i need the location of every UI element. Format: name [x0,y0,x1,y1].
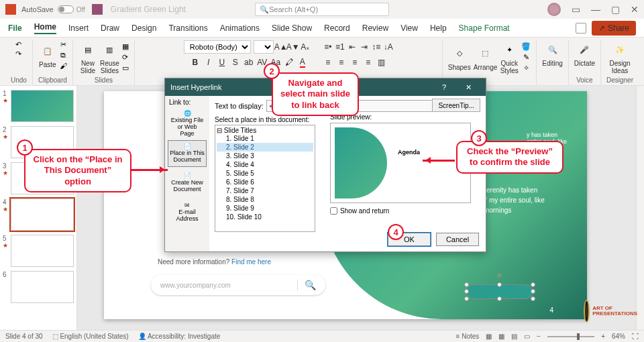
columns-icon[interactable]: ▥ [377,58,386,67]
selected-shape[interactable] [466,284,533,299]
increase-font-icon[interactable]: A▲ [276,42,286,52]
editing-icon[interactable]: 🔍 [543,40,562,59]
tree-item[interactable]: 5. Slide 5 [217,169,313,178]
arrange-icon[interactable]: ⬚ [476,44,494,63]
tab-draw[interactable]: Draw [101,23,119,33]
show-return-checkbox[interactable] [330,207,337,215]
tree-item[interactable]: 4. Slide 4 [217,160,313,169]
thumbnail-6[interactable]: 6 [0,271,76,303]
tab-shape-format[interactable]: Shape Format [459,23,510,33]
zoom-level[interactable]: 64% [612,333,625,340]
indent-left-icon[interactable]: ⇤ [347,42,357,52]
fit-to-window-icon[interactable]: ⛶ [632,333,639,340]
minimize-button[interactable]: — [591,4,600,15]
comments-icon[interactable] [576,23,586,34]
language-indicator[interactable]: ⬚ English (United States) [52,333,129,340]
layout-icon[interactable]: ▦ [122,42,129,51]
tree-item[interactable]: 7. Slide 7 [217,186,313,195]
share-button[interactable]: ↗ Share [592,21,636,36]
format-painter-icon[interactable]: 🖌 [60,62,67,70]
shape-effects-icon[interactable]: ✧ [523,64,529,72]
italic-button[interactable]: I [204,58,213,67]
link-place-in-document[interactable]: 📄Place in This Document [168,140,207,167]
tree-item[interactable]: 3. Slide 3 [217,152,313,160]
slideshow-view-icon[interactable]: ▭ [524,333,530,340]
shape-fill-icon[interactable]: 🪣 [521,42,531,51]
resize-handle[interactable] [531,289,535,294]
shape-outline-icon[interactable]: ✎ [523,53,529,62]
tab-insert[interactable]: Insert [68,23,89,33]
tab-home[interactable]: Home [34,22,56,34]
find-me-link[interactable]: Find me here [231,258,271,266]
section-icon[interactable]: ▭ [122,64,129,72]
resize-handle[interactable] [531,282,535,287]
close-button[interactable]: ✕ [631,4,639,15]
save-icon[interactable] [92,4,103,15]
numbering-icon[interactable]: ≡1 [335,42,345,52]
thumbnail-1[interactable]: 1★ [0,90,76,122]
rotate-handle[interactable] [497,273,502,278]
new-slide-icon[interactable]: ▤ [78,40,97,59]
bullets-icon[interactable]: ≡• [323,42,333,52]
user-avatar[interactable] [547,3,561,16]
indent-right-icon[interactable]: ⇥ [360,42,369,52]
line-spacing-icon[interactable]: ↕≡ [372,42,381,52]
cut-icon[interactable]: ✂ [60,40,66,49]
tab-help[interactable]: Help [430,23,447,33]
tab-file[interactable]: File [8,23,22,33]
paste-icon[interactable]: 📋 [38,42,57,60]
align-center-icon[interactable]: ≡ [337,58,346,67]
tree-item[interactable]: 9. Slide 9 [217,204,313,213]
resize-handle[interactable] [464,282,469,287]
design-ideas-icon[interactable]: ✨ [610,40,629,59]
thumbnail-4[interactable]: 4★ [0,198,76,231]
align-right-icon[interactable]: ≡ [350,58,360,67]
tab-view[interactable]: View [400,23,418,33]
link-create-new[interactable]: 📄Create New Document [168,170,207,196]
highlight-icon[interactable]: 🖍 [284,58,294,67]
vertical-scrollbar[interactable] [636,86,644,330]
tab-transitions[interactable]: Transitions [168,23,207,33]
slide-counter[interactable]: Slide 4 of 30 [5,333,43,340]
ribbon-options-icon[interactable]: ▭ [572,4,580,15]
sorter-view-icon[interactable]: ▦ [498,333,504,340]
maximize-button[interactable]: ▢ [611,4,620,15]
accessibility-indicator[interactable]: 👤 Accessibility: Investigate [138,333,221,340]
tab-review[interactable]: Review [362,23,388,33]
tree-item-selected[interactable]: 2. Slide 2 [217,143,313,152]
slide-tree[interactable]: ⊟ Slide Titles 1. Slide 1 2. Slide 2 3. … [215,125,315,232]
link-email[interactable]: ✉E-mail Address [168,199,207,226]
normal-view-icon[interactable]: ▦ [486,333,492,340]
dialog-close-button[interactable]: ✕ [456,83,480,92]
font-size-select[interactable]: 18 [254,40,274,54]
tree-item[interactable]: 1. Slide 1 [217,134,313,143]
resize-handle[interactable] [497,296,502,301]
shadow-button[interactable]: ab [244,58,254,67]
reading-view-icon[interactable]: ▤ [511,333,517,340]
resize-handle[interactable] [464,296,469,301]
screentip-button[interactable]: ScreenTip... [432,99,480,112]
reset-icon[interactable]: ⟳ [122,53,128,62]
underline-button[interactable]: U [217,58,227,67]
tab-animations[interactable]: Animations [220,23,260,33]
quick-styles-icon[interactable]: ✦ [500,40,519,59]
dialog-help-button[interactable]: ? [432,83,456,92]
resize-handle[interactable] [531,296,535,301]
notes-button[interactable]: ≡ Notes [456,333,480,340]
tree-item[interactable]: 10. Slide 10 [217,213,313,221]
font-name-select[interactable]: Roboto (Body) [184,40,251,54]
font-color-icon[interactable]: A [298,58,307,67]
bold-button[interactable]: B [191,58,200,67]
reuse-slides-icon[interactable]: ▥ [100,40,119,59]
redo-icon[interactable]: ↷ [15,50,21,58]
align-left-icon[interactable]: ≡ [323,58,333,67]
search-input[interactable]: 🔍 Search (Alt+Q) [255,3,389,16]
strike-button[interactable]: S [231,58,240,67]
undo-icon[interactable]: ↶ [15,40,21,49]
justify-icon[interactable]: ≡ [364,58,373,67]
resize-handle[interactable] [497,282,502,287]
decrease-font-icon[interactable]: A▼ [288,42,298,52]
clear-format-icon[interactable]: Aₓ [301,42,310,52]
zoom-out-button[interactable]: − [537,333,541,340]
shapes-icon[interactable]: ◇ [450,44,469,63]
